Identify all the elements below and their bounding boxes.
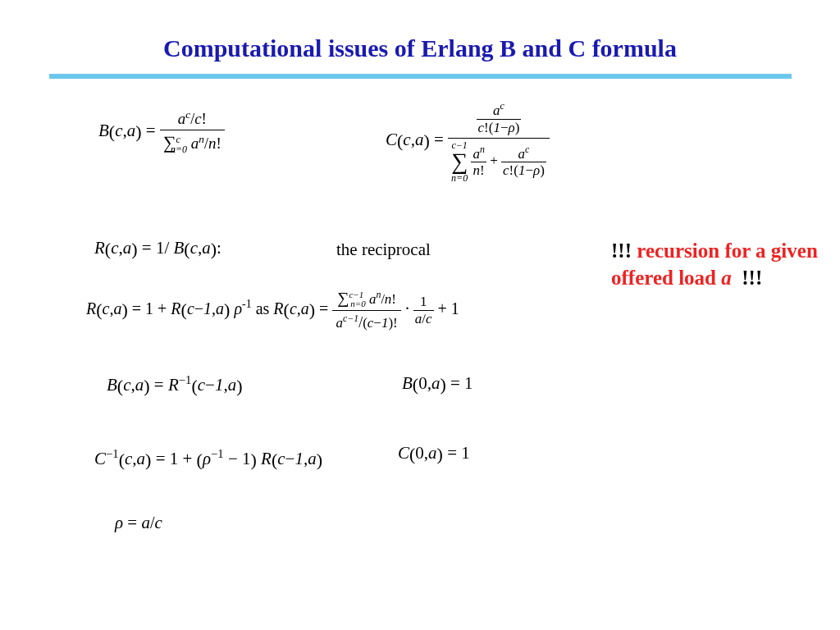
formula-B: B(c,a) = ac/c! ∑cn=0 an/n! bbox=[98, 107, 225, 158]
formula-rho: ρ = a/c bbox=[115, 513, 162, 533]
formula-B0: B(0,a) = 1 bbox=[402, 373, 473, 395]
callout-text: recursion for a given offered load bbox=[611, 240, 818, 289]
recursion-callout: !!! recursion for a given offered load a… bbox=[611, 238, 824, 291]
reciprocal-label: the reciprocal bbox=[336, 240, 431, 260]
formula-C-inverse: C−1(c,a) = 1 + (ρ−1 − 1) R(c−1,a) bbox=[94, 447, 322, 471]
formula-C0: C(0,a) = 1 bbox=[398, 443, 470, 465]
formula-C: C(c,a) = ac c!(1−ρ) c−1∑n=0 ann! + acc!(… bbox=[386, 98, 550, 185]
recursion-R: R(c,a) = 1 + R(c−1,a) ρ-1 as R(c,a) = ∑c… bbox=[86, 287, 459, 333]
reciprocal-definition: R(c,a) = 1/ B(c,a): bbox=[94, 238, 221, 260]
callout-variable: a bbox=[721, 267, 732, 289]
page-title: Computational issues of Erlang B and C f… bbox=[0, 34, 840, 62]
callout-mark-1: !!! bbox=[611, 240, 632, 262]
title-divider bbox=[49, 74, 792, 79]
formula-B-inverse: B(c,a) = R−1(c−1,a) bbox=[107, 373, 242, 397]
callout-mark-2: !!! bbox=[742, 267, 762, 289]
